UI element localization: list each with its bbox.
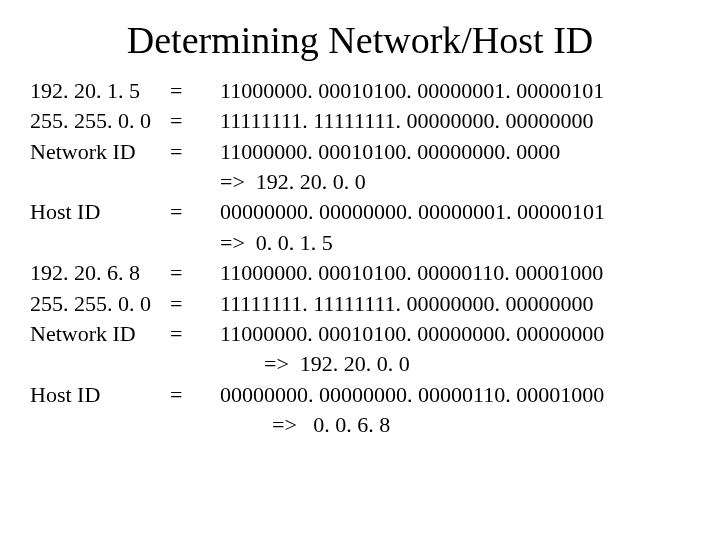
ex1-mask-binary: 11111111. 11111111. 00000000. 00000000 (220, 106, 690, 136)
ex2-net-result-row: => 192. 20. 0. 0 (30, 349, 690, 379)
equals-sign: = (170, 197, 220, 227)
ex2-net-result-value: 192. 20. 0. 0 (300, 351, 410, 376)
ex2-mask-binary: 11111111. 11111111. 00000000. 00000000 (220, 289, 690, 319)
spacer (170, 228, 220, 258)
spacer (30, 167, 170, 197)
ex2-ip-row: 192. 20. 6. 8 = 11000000. 00010100. 0000… (30, 258, 690, 288)
equals-sign: = (170, 289, 220, 319)
spacer (30, 228, 170, 258)
ex1-net-result: => 192. 20. 0. 0 (220, 167, 690, 197)
ex2-net-label: Network ID (30, 319, 170, 349)
ex2-net-row: Network ID = 11000000. 00010100. 0000000… (30, 319, 690, 349)
ex1-mask-label: 255. 255. 0. 0 (30, 106, 170, 136)
ex2-net-result: => 192. 20. 0. 0 (220, 349, 690, 379)
ex2-mask-row: 255. 255. 0. 0 = 11111111. 11111111. 000… (30, 289, 690, 319)
ex2-mask-label: 255. 255. 0. 0 (30, 289, 170, 319)
ex1-host-result-value: 0. 0. 1. 5 (256, 230, 333, 255)
arrow: => (272, 412, 297, 437)
spacer (30, 410, 170, 440)
ex1-net-label: Network ID (30, 137, 170, 167)
ex1-host-row: Host ID = 00000000. 00000000. 00000001. … (30, 197, 690, 227)
arrow: => (264, 351, 289, 376)
ex2-host-result-row: => 0. 0. 6. 8 (30, 410, 690, 440)
equals-sign: = (170, 76, 220, 106)
ex1-mask-row: 255. 255. 0. 0 = 11111111. 11111111. 000… (30, 106, 690, 136)
slide: Determining Network/Host ID 192. 20. 1. … (0, 0, 720, 540)
spacer (170, 167, 220, 197)
ex1-net-result-value: 192. 20. 0. 0 (256, 169, 366, 194)
slide-body: 192. 20. 1. 5 = 11000000. 00010100. 0000… (30, 76, 690, 440)
arrow: => (220, 169, 245, 194)
ex2-host-binary: 00000000. 00000000. 00000110. 00001000 (220, 380, 690, 410)
equals-sign: = (170, 380, 220, 410)
ex1-net-row: Network ID = 11000000. 00010100. 0000000… (30, 137, 690, 167)
ex1-net-binary: 11000000. 00010100. 00000000. 0000 (220, 137, 690, 167)
ex1-host-label: Host ID (30, 197, 170, 227)
ex2-ip-label: 192. 20. 6. 8 (30, 258, 170, 288)
ex1-ip-label: 192. 20. 1. 5 (30, 76, 170, 106)
ex2-host-result-value: 0. 0. 6. 8 (313, 412, 390, 437)
ex2-ip-binary: 11000000. 00010100. 00000110. 00001000 (220, 258, 690, 288)
ex1-host-binary: 00000000. 00000000. 00000001. 00000101 (220, 197, 690, 227)
ex2-host-label: Host ID (30, 380, 170, 410)
ex1-host-result: => 0. 0. 1. 5 (220, 228, 690, 258)
arrow: => (220, 230, 245, 255)
equals-sign: = (170, 106, 220, 136)
equals-sign: = (170, 319, 220, 349)
slide-title: Determining Network/Host ID (30, 18, 690, 62)
spacer (170, 410, 220, 440)
equals-sign: = (170, 137, 220, 167)
ex2-net-binary: 11000000. 00010100. 00000000. 00000000 (220, 319, 690, 349)
spacer (170, 349, 220, 379)
equals-sign: = (170, 258, 220, 288)
spacer (30, 349, 170, 379)
ex1-ip-row: 192. 20. 1. 5 = 11000000. 00010100. 0000… (30, 76, 690, 106)
ex1-net-result-row: => 192. 20. 0. 0 (30, 167, 690, 197)
ex2-host-row: Host ID = 00000000. 00000000. 00000110. … (30, 380, 690, 410)
ex2-host-result: => 0. 0. 6. 8 (220, 410, 690, 440)
ex1-ip-binary: 11000000. 00010100. 00000001. 00000101 (220, 76, 690, 106)
ex1-host-result-row: => 0. 0. 1. 5 (30, 228, 690, 258)
